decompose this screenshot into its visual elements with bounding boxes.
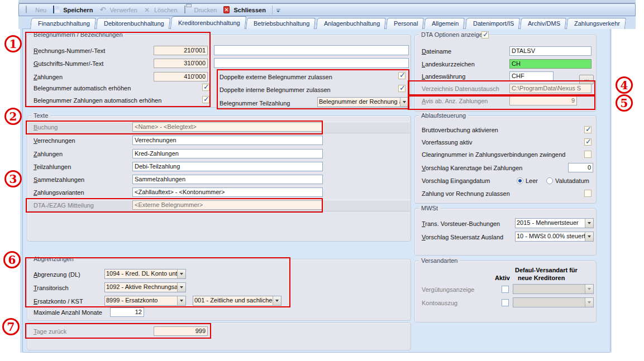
tab-finanzbuchhaltung[interactable]: Finanzbuchhaltung: [30, 18, 96, 29]
aktiv-header: Aktiv: [495, 275, 510, 281]
tab-debitorenbuchhaltung[interactable]: Debitorenbuchhaltung: [96, 18, 170, 29]
kontoauszug-label: Kontoauszug: [422, 300, 457, 306]
clearingnummer-label: Clearingnummer in Zahlungsverbindungen z…: [422, 151, 565, 158]
abgrenzung-dl-dropdown[interactable]: 1094 - Kred. DL Konto unterjährig: [104, 269, 186, 279]
toolbar-separator: [272, 6, 273, 15]
texte-zahlungen-field[interactable]: Kred-Zahlungen: [132, 149, 323, 158]
buchung-field[interactable]: <Name> - <Belegtext>: [132, 122, 323, 132]
printer-icon: [184, 6, 192, 14]
belegnummer-auto-checkbox[interactable]: [202, 84, 209, 91]
radio-leer[interactable]: [517, 177, 523, 184]
dropdown-arrow-icon[interactable]: [585, 285, 593, 293]
toolbar-overflow-grip[interactable]: [276, 8, 280, 12]
tab-kreditorenbuchhaltung[interactable]: Kreditorenbuchhaltung: [170, 16, 246, 29]
doppelte-interne-checkbox[interactable]: [398, 85, 406, 92]
print-button-label: Drucken: [194, 7, 217, 13]
vorsteuer-dropdown[interactable]: 2015 - Mehrwertsteuer: [515, 218, 594, 228]
ersatzkonto-dropdown[interactable]: 8999 - Ersatzkonto: [104, 296, 186, 306]
dropdown-arrow-icon[interactable]: [585, 232, 593, 241]
kontoauszug-checkbox[interactable]: [502, 299, 509, 306]
group-abgrenzungen-title: Abgrenzungen: [31, 256, 76, 262]
tab-datenimport-is[interactable]: Datenimport/IS: [465, 18, 520, 29]
dropdown-arrow-icon[interactable]: [585, 219, 593, 228]
verzeichnis-field[interactable]: C:\ProgramData\Nexus S: [509, 84, 591, 93]
rechnungs-text-field[interactable]: [214, 45, 409, 55]
group-texte-title: Texte: [31, 112, 50, 119]
doppelte-interne-label: Doppelte interne Belegnummer zulassen: [220, 86, 331, 93]
delete-button[interactable]: ✕ Löschen: [142, 4, 181, 15]
save-button[interactable]: Speichern: [51, 4, 96, 15]
teilzahlungen-label: Teilzahlungen: [34, 163, 71, 170]
tab-allgemein[interactable]: Allgemein: [424, 18, 465, 29]
transitorisch-dropdown[interactable]: 1092 - Aktive Rechnungsabgrenzun: [104, 282, 186, 292]
clearingnummer-checkbox[interactable]: [584, 151, 591, 158]
bruttoverbuchung-checkbox[interactable]: [584, 126, 591, 133]
zahlungen-nummer-field[interactable]: 410'000: [154, 72, 208, 81]
verguetungsanzeige-dropdown[interactable]: [513, 284, 594, 294]
annotation-number-3: 3: [4, 170, 22, 187]
belegnummer-teilzahlung-dropdown[interactable]: Belegnummer der Rechnung a: [317, 97, 409, 107]
tage-zurueck-field[interactable]: 999: [154, 326, 208, 336]
tab-anlagenbuchhaltung[interactable]: Anlagenbuchhaltung: [316, 18, 386, 29]
steuersatz-ausland-dropdown[interactable]: 10 - MWSt 0.00% steuerfre: [515, 232, 594, 242]
versandart-header-line2: neue Kreditoren: [518, 275, 565, 281]
group-dta-title: DTA Optionen anzeigen: [419, 31, 488, 38]
print-button[interactable]: Drucken: [182, 4, 221, 15]
verguetungsanzeige-checkbox[interactable]: [502, 286, 509, 293]
radio-leer-label: Leer: [526, 177, 538, 184]
dropdown-arrow-icon[interactable]: [177, 283, 185, 292]
gutschrifts-nummer-field[interactable]: 310'000: [154, 59, 208, 68]
new-button[interactable]: Neu: [23, 4, 50, 15]
application-window: Neu Speichern ↶ Verwerfen ✕ Löschen Druc…: [0, 0, 644, 361]
sammelzahlungen-field[interactable]: Sammelzahlungen: [132, 175, 323, 184]
annotation-number-1: 1: [4, 35, 22, 52]
kontoauszug-dropdown[interactable]: [513, 297, 594, 307]
verrechnungen-field[interactable]: Verrechnungen: [132, 136, 323, 145]
annotation-number-7: 7: [2, 318, 20, 335]
dta-ezag-field[interactable]: <Externe Belegnummer>: [132, 200, 323, 210]
dropdown-arrow-icon[interactable]: [585, 298, 593, 307]
belegnummer-zahlungen-auto-checkbox[interactable]: [202, 96, 209, 103]
transitorisch-label: Transitorisch: [34, 285, 69, 291]
discard-button[interactable]: ↶ Verwerfen: [97, 4, 141, 15]
delete-button-label: Löschen: [154, 7, 178, 13]
close-button[interactable]: ✕ Schliessen: [221, 4, 269, 15]
zahlungsvarianten-field[interactable]: <Zahllauftext> - <Kontonummer>: [132, 187, 323, 197]
dta-optionen-checkbox[interactable]: [481, 31, 489, 38]
browse-directory-button[interactable]: ...: [579, 75, 594, 84]
doppelte-externe-checkbox[interactable]: [398, 72, 406, 79]
ersatzkonto-kst-label: Ersatzkonto / KST: [34, 298, 83, 305]
rechnungs-nummer-label: Rechnungs-Nummer/-Text: [34, 47, 105, 54]
landeswaehrung-field[interactable]: CHF: [509, 71, 554, 81]
group-ablaufsteuerung-title: Ablaufsteuerung: [419, 112, 468, 119]
maximale-monate-field[interactable]: 12: [110, 307, 144, 317]
zahlung-vor-rechnung-checkbox[interactable]: [584, 190, 591, 197]
abgrenzung-dl-label: Abgrenzung (DL): [34, 271, 80, 278]
dta-ezag-label: DTA-/EZAG Mitteilung: [34, 202, 94, 209]
eingangdatum-label: Vorschlag Eingangdatum: [422, 177, 490, 184]
landeskurzzeichen-field[interactable]: CH: [509, 59, 591, 69]
kst-dropdown[interactable]: 001 - Zeitliche und sachliche Abgren: [193, 296, 282, 306]
group-mwst-title: MWSt: [419, 205, 440, 211]
tab-betriebsbuchhaltung[interactable]: Betriebsbuchhaltung: [246, 18, 316, 29]
teilzahlungen-field[interactable]: Debi-Teilzahlung: [132, 162, 323, 171]
tab-archiv-dms[interactable]: Archiv/DMS: [520, 18, 566, 29]
karenztage-field[interactable]: 0: [568, 163, 593, 172]
bruttoverbuchung-label: Bruttoverbuchung aktivieren: [422, 127, 498, 133]
dropdown-arrow-icon[interactable]: [273, 296, 281, 305]
gutschrifts-text-field[interactable]: [214, 58, 409, 68]
tab-personal[interactable]: Personal: [386, 18, 424, 29]
tab-zahlungsverkehr[interactable]: Zahlungsverkehr: [566, 18, 626, 29]
rechnungs-nummer-field[interactable]: 210'001: [154, 46, 208, 55]
vorerfassung-checkbox[interactable]: [584, 138, 591, 146]
dateiname-field[interactable]: DTALSV: [509, 46, 591, 56]
group-belegnummern-title: Belegnummern / Bezeichnungen: [31, 31, 125, 38]
radio-valutadatum[interactable]: [546, 177, 553, 184]
landeswaehrung-label: Landeswährung: [422, 73, 465, 80]
dropdown-arrow-icon[interactable]: [177, 296, 185, 305]
avis-field[interactable]: 9: [509, 96, 577, 105]
steuersatz-ausland-label: Vorschlag Steuersatz Ausland: [422, 234, 503, 240]
dropdown-arrow-icon[interactable]: [400, 98, 408, 107]
dropdown-arrow-icon[interactable]: [177, 269, 185, 278]
main-toolbar: Neu Speichern ↶ Verwerfen ✕ Löschen Druc…: [18, 3, 636, 16]
